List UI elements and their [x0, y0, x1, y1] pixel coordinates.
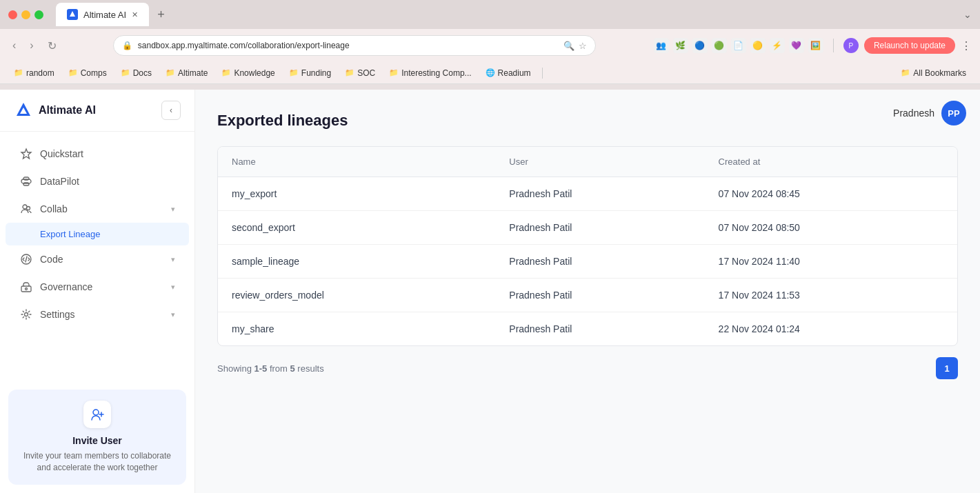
range-label: 1-5: [254, 363, 267, 374]
invite-user-card: Invite User Invite your team members to …: [8, 390, 186, 485]
cell-name: sample_lineage: [218, 245, 495, 279]
sidebar-item-label: Code: [40, 254, 164, 265]
col-header-created-at: Created at: [705, 147, 957, 177]
ext-icon-4[interactable]: 🟢: [712, 38, 727, 53]
bookmark-item-interesting[interactable]: 📁 Interesting Comp...: [383, 66, 477, 80]
chevron-down-icon: ▾: [171, 205, 175, 214]
bookmark-label: random: [26, 68, 54, 78]
page-header: Exported lineages: [217, 112, 958, 130]
svg-rect-2: [23, 183, 29, 185]
minimize-traffic-light[interactable]: [21, 10, 30, 19]
cell-created-at: 07 Nov 2024 08:45: [705, 177, 957, 211]
sidebar-item-code[interactable]: Code ▾: [6, 245, 189, 273]
globe-icon: 🌐: [486, 68, 495, 77]
cell-user: Pradnesh Patil: [495, 245, 704, 279]
tab-chevron-down-icon[interactable]: ⌄: [963, 9, 972, 20]
bookmarks-separator: [542, 68, 543, 79]
showing-results-text: Showing 1-5 from 5 results: [217, 363, 324, 374]
folder-icon: 📁: [901, 68, 910, 77]
cell-created-at: 22 Nov 2024 01:24: [705, 312, 957, 346]
close-traffic-light[interactable]: [8, 10, 17, 19]
browser-more-button[interactable]: ⋮: [961, 39, 972, 52]
user-profile-icon[interactable]: P: [843, 38, 859, 53]
back-button[interactable]: ‹: [8, 37, 20, 54]
address-bar[interactable]: 🔒 sandbox.app.myaltimate.com/collaborati…: [113, 35, 596, 56]
svg-point-7: [26, 288, 28, 290]
sidebar-item-label: Governance: [40, 281, 164, 292]
tab-close-icon[interactable]: ✕: [132, 10, 138, 19]
relaunch-button[interactable]: Relaunch to update: [864, 37, 955, 54]
cell-name: my_export: [218, 177, 495, 211]
bookmark-label: Altimate: [178, 68, 208, 78]
ext-icon-2[interactable]: 🌿: [673, 38, 688, 53]
bookmark-item-comps[interactable]: 📁 Comps: [63, 66, 112, 80]
folder-icon: 📁: [345, 68, 354, 77]
folder-icon: 📁: [389, 68, 399, 77]
page-title: Exported lineages: [217, 112, 348, 130]
main-content: Pradnesh PP Exported lineages Name User …: [195, 90, 980, 493]
bookmark-label: SOC: [357, 68, 375, 78]
sidebar-item-export-lineage[interactable]: Export Lineage: [6, 223, 189, 245]
table-row[interactable]: my_export Pradnesh Patil 07 Nov 2024 08:…: [218, 177, 957, 211]
active-tab[interactable]: Altimate AI ✕: [56, 3, 149, 26]
ext-icon-5[interactable]: 📄: [731, 38, 746, 53]
address-actions: 🔍 ☆: [563, 41, 587, 51]
bookmark-item-docs[interactable]: 📁 Docs: [115, 66, 157, 80]
user-avatar[interactable]: PP: [941, 101, 966, 125]
showing-label: Showing: [217, 363, 254, 374]
sidebar-item-quickstart[interactable]: Quickstart: [6, 140, 189, 168]
tab-favicon: [67, 9, 78, 20]
traffic-lights: [8, 10, 43, 19]
tab-title: Altimate AI: [83, 10, 126, 20]
maximize-traffic-light[interactable]: [34, 10, 43, 19]
pagination-page-1-button[interactable]: 1: [936, 357, 958, 379]
forward-button[interactable]: ›: [26, 37, 37, 54]
cell-name: review_orders_model: [218, 279, 495, 312]
table-row[interactable]: my_share Pradnesh Patil 22 Nov 2024 01:2…: [218, 312, 957, 346]
bookmark-item-funding[interactable]: 📁 Funding: [283, 66, 337, 80]
ext-icon-9[interactable]: 🖼️: [808, 38, 823, 53]
cell-name: second_export: [218, 211, 495, 245]
logo-text: Altimate AI: [39, 104, 96, 117]
ext-icon-7[interactable]: ⚡: [770, 38, 785, 53]
from-label: from: [267, 363, 290, 374]
invite-title: Invite User: [19, 435, 175, 446]
ext-icon-8[interactable]: 💜: [789, 38, 804, 53]
cell-name: my_share: [218, 312, 495, 346]
bookmark-item-readium[interactable]: 🌐 Readium: [480, 66, 537, 80]
ext-icon-6[interactable]: 🟡: [750, 38, 766, 53]
folder-icon: 📁: [121, 68, 130, 77]
sidebar: Altimate AI ‹ Quickstart: [0, 90, 195, 493]
collapse-sidebar-button[interactable]: ‹: [161, 101, 181, 120]
cell-user: Pradnesh Patil: [495, 211, 704, 245]
bookmark-label: Comps: [81, 68, 107, 78]
ext-icon-1[interactable]: 👥: [654, 38, 669, 53]
svg-point-9: [93, 410, 99, 415]
sidebar-item-datapilot[interactable]: DataPilot: [6, 168, 189, 195]
sidebar-item-collab[interactable]: Collab ▾: [6, 195, 189, 223]
bookmark-star-icon[interactable]: ☆: [579, 41, 587, 51]
bookmark-item-altimate[interactable]: 📁 Altimate: [160, 66, 213, 80]
bookmark-item-soc[interactable]: 📁 SOC: [339, 66, 381, 80]
table-row[interactable]: second_export Pradnesh Patil 07 Nov 2024…: [218, 211, 957, 245]
bookmark-item-knowledge[interactable]: 📁 Knowledge: [216, 66, 280, 80]
table-row[interactable]: review_orders_model Pradnesh Patil 17 No…: [218, 279, 957, 312]
title-bar: Altimate AI ✕ + ⌄: [0, 0, 980, 29]
ext-icon-3[interactable]: 🔵: [692, 38, 708, 53]
altimate-favicon-icon: [68, 10, 77, 19]
sidebar-item-governance[interactable]: Governance ▾: [6, 273, 189, 301]
table-row[interactable]: sample_lineage Pradnesh Patil 17 Nov 202…: [218, 245, 957, 279]
cell-user: Pradnesh Patil: [495, 177, 704, 211]
sidebar-item-settings[interactable]: Settings ▾: [6, 301, 189, 328]
folder-icon: 📁: [221, 68, 231, 77]
new-tab-button[interactable]: +: [152, 5, 170, 25]
folder-icon: 📁: [166, 68, 175, 77]
bookmark-item-random[interactable]: 📁 random: [8, 66, 60, 80]
table-header: Name User Created at: [218, 147, 957, 177]
search-lens-icon[interactable]: 🔍: [563, 41, 574, 51]
refresh-button[interactable]: ↻: [43, 37, 61, 55]
cell-user: Pradnesh Patil: [495, 279, 704, 312]
results-label: results: [295, 363, 324, 374]
settings-icon: [19, 308, 33, 321]
bookmark-item-all[interactable]: 📁 All Bookmarks: [895, 66, 972, 80]
